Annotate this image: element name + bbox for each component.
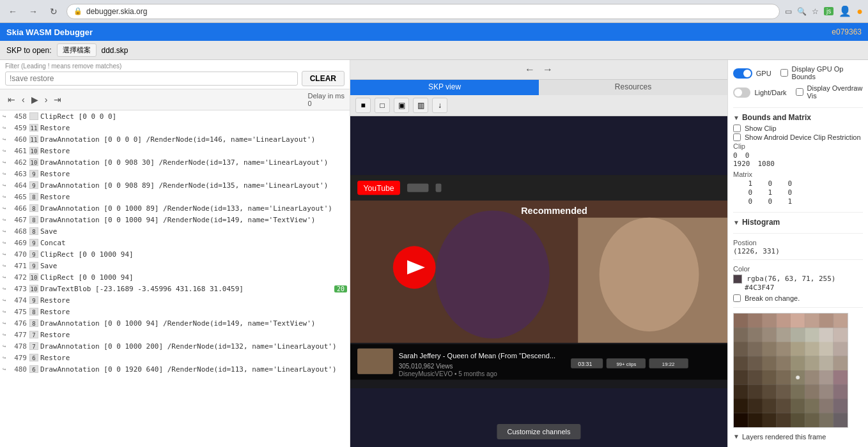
- show-android-label: Show Android Device Clip Restriction: [745, 133, 861, 141]
- command-item[interactable]: ↪4806DrawAnnotation [0 0 1920 640] /Rend…: [0, 363, 350, 375]
- show-clip-checkbox[interactable]: [733, 125, 741, 132]
- command-item[interactable]: ↪46210DrawAnnotation [0 0 908 30] /Rende…: [0, 156, 350, 168]
- cmd-depth: 10: [29, 273, 38, 281]
- command-item[interactable]: ↪46110Restore: [0, 145, 350, 156]
- command-item[interactable]: ↪46011DrawAnnotation [0 0 0 0] /RenderNo…: [0, 133, 350, 145]
- skp-next-button[interactable]: →: [543, 64, 553, 75]
- img-tool-1[interactable]: ■: [355, 98, 371, 113]
- cmd-arrow: ↪: [3, 331, 9, 338]
- command-item[interactable]: ↪4787DrawAnnotation [0 0 1000 200] /Rend…: [0, 340, 350, 352]
- img-tool-2[interactable]: □: [375, 98, 390, 113]
- cmd-depth: 8: [29, 319, 38, 327]
- forward-button[interactable]: →: [26, 4, 41, 19]
- img-tool-4[interactable]: ▥: [413, 98, 428, 113]
- img-tool-download[interactable]: ↓: [432, 98, 447, 113]
- tab-skp-view[interactable]: SKP view: [350, 80, 539, 95]
- show-android-checkbox[interactable]: [733, 133, 741, 141]
- cmd-arrow: ↪: [3, 182, 9, 188]
- command-item[interactable]: ↪4658Restore: [0, 191, 350, 202]
- js-badge: js: [824, 7, 833, 15]
- cmd-num: 460: [9, 135, 27, 144]
- command-item[interactable]: ↪4639Restore: [0, 168, 350, 179]
- command-item[interactable]: ↪4796Restore: [0, 352, 350, 363]
- back-button[interactable]: ←: [5, 4, 20, 19]
- clear-button[interactable]: CLEAR: [302, 71, 345, 86]
- filter-input[interactable]: [5, 72, 298, 86]
- refresh-button[interactable]: ↻: [46, 4, 61, 19]
- cmd-text: DrawAnnotation [0 0 908 30] /RenderNode(…: [40, 158, 347, 167]
- command-item[interactable]: ↪47310DrawTextBlob [-23.1689 -3.45996 43…: [0, 283, 350, 294]
- break-on-change-checkbox[interactable]: [733, 294, 741, 302]
- display-gpu-row: Display GPU Op Bounds: [780, 65, 863, 80]
- svg-text:Sarah Jeffery - Queen of Mean : Sarah Jeffery - Queen of Mean (From "Des…: [399, 352, 556, 360]
- command-item[interactable]: ↪4758Restore: [0, 306, 350, 317]
- show-android-row: Show Android Device Clip Restriction: [733, 133, 863, 141]
- toolbar-row: ⇤ ‹ ▶ › ⇥ Delay in ms 0: [0, 89, 350, 110]
- bounds-matrix-title: Bounds and Matrix: [742, 113, 811, 122]
- first-button[interactable]: ⇤: [5, 93, 18, 106]
- overdraw-checkbox[interactable]: [796, 88, 803, 96]
- light-dark-toggle[interactable]: [733, 87, 750, 98]
- cmd-depth: 6: [29, 354, 38, 361]
- command-item[interactable]: ↪4777Restore: [0, 329, 350, 340]
- command-list[interactable]: ↪458ClipRect [0 0 0 0]↪45911Restore↪4601…: [0, 110, 350, 447]
- command-item[interactable]: ↪4668DrawAnnotation [0 0 1000 89] /Rende…: [0, 202, 350, 214]
- play-button[interactable]: ▶: [29, 93, 41, 106]
- skp-prev-button[interactable]: ←: [525, 64, 535, 75]
- image-toolbar: ■ □ ▣ ▥ ↓: [350, 95, 727, 116]
- command-item[interactable]: ↪47210ClipRect [0 0 1000 94]: [0, 271, 350, 283]
- layers-arrow[interactable]: ▼: [733, 433, 740, 440]
- cmd-arrow: ↪: [3, 274, 9, 280]
- command-item[interactable]: ↪4709ClipRect [0 0 1000 94]: [0, 248, 350, 260]
- next-button[interactable]: ›: [42, 93, 50, 106]
- app-header: Skia WASM Debugger e079363: [0, 23, 868, 41]
- gpu-toggle[interactable]: [733, 68, 752, 79]
- overdraw-label: Display Overdraw Vis: [807, 84, 863, 100]
- clip-label: Clip: [733, 142, 863, 150]
- command-item[interactable]: ↪4768DrawAnnotation [0 0 1000 94] /Rende…: [0, 317, 350, 329]
- cmd-depth: 11: [29, 135, 38, 143]
- cmd-depth: 9: [29, 250, 38, 258]
- cmd-arrow: ↪: [3, 297, 9, 303]
- cmd-arrow: ↪: [3, 193, 9, 200]
- clip-values-section: Clip 0 0 1920 1080: [733, 142, 863, 168]
- command-item[interactable]: ↪4649DrawAnnotation [0 0 908 89] /Render…: [0, 179, 350, 191]
- cmd-arrow: ↪: [3, 170, 9, 177]
- choose-file-button[interactable]: 選擇檔案: [57, 43, 97, 57]
- cmd-text: DrawAnnotation [0 0 908 89] /RenderNode(…: [40, 181, 347, 190]
- img-tool-3[interactable]: ▣: [394, 98, 409, 113]
- prev-button[interactable]: ‹: [19, 93, 27, 106]
- position-label: Postion: [733, 239, 863, 246]
- cmd-arrow: ↪: [3, 148, 9, 154]
- command-item[interactable]: ↪45911Restore: [0, 122, 350, 133]
- svg-text:Recommended: Recommended: [521, 206, 587, 216]
- customize-channels-btn[interactable]: Customize channels: [497, 424, 580, 439]
- last-button[interactable]: ⇥: [51, 93, 64, 106]
- tab-resources[interactable]: Resources: [539, 80, 727, 95]
- color-display: rgba(76, 63, 71, 255): [733, 274, 863, 284]
- command-item[interactable]: ↪4719Save: [0, 260, 350, 271]
- matrix-cell: 0: [773, 188, 792, 197]
- delay-section: Delay in ms 0: [308, 92, 345, 107]
- cmd-text: DrawTextBlob [-23.1689 -3.45996 431.168 …: [40, 285, 332, 293]
- command-item[interactable]: ↪4699Concat: [0, 237, 350, 248]
- position-value: (1226, 331): [733, 247, 863, 255]
- command-item[interactable]: ↪4688Save: [0, 225, 350, 237]
- nav-buttons: ⇤ ‹ ▶ › ⇥: [5, 93, 64, 106]
- cmd-num: 468: [9, 227, 27, 236]
- cmd-arrow: ↪: [3, 320, 9, 326]
- bounds-arrow[interactable]: ▼: [733, 114, 740, 121]
- cmd-num: 464: [9, 181, 27, 190]
- command-item[interactable]: ↪4678DrawAnnotation [0 0 1000 94] /Rende…: [0, 214, 350, 225]
- command-item[interactable]: ↪458ClipRect [0 0 0 0]: [0, 110, 350, 122]
- left-panel: Filter (Leading ! means remove matches) …: [0, 60, 350, 447]
- file-row: SKP to open: 選擇檔案 ddd.skp: [0, 41, 868, 60]
- color-label: Color: [733, 265, 863, 273]
- app-title: Skia WASM Debugger: [6, 27, 93, 37]
- clip-h: 1080: [758, 160, 775, 168]
- command-item[interactable]: ↪4749Restore: [0, 294, 350, 306]
- histogram-arrow[interactable]: ▼: [733, 219, 740, 226]
- display-gpu-checkbox[interactable]: [780, 69, 788, 77]
- address-bar[interactable]: 🔒 debugger.skia.org: [66, 4, 780, 19]
- cmd-depth: 9: [29, 262, 38, 269]
